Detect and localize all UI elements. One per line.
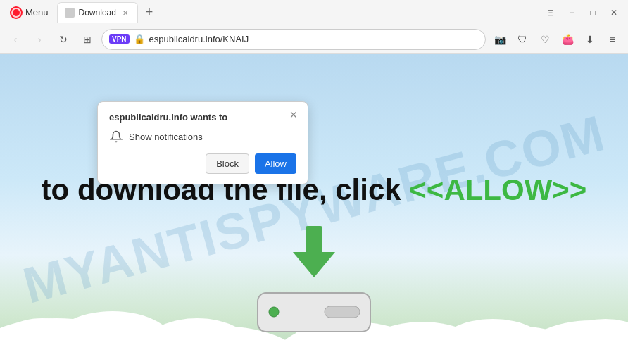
menu-button[interactable]: Menu: [4, 4, 54, 22]
download-arrow-icon: [282, 222, 346, 286]
reload-button[interactable]: ↻: [54, 30, 73, 49]
browser-menu-button[interactable]: ≡: [603, 30, 622, 49]
tab-favicon: [65, 8, 75, 18]
shield-button[interactable]: 🛡: [513, 30, 532, 49]
camera-button[interactable]: 📷: [490, 30, 510, 49]
window-minimize-button[interactable]: −: [562, 3, 582, 23]
svg-point-15: [269, 307, 279, 317]
toolbar-icons: 📷 🛡 ♡ 👛 ⬇ ≡: [490, 30, 622, 49]
url-input[interactable]: VPN 🔒 espublicaldru.info/KNAIJ: [101, 29, 486, 50]
window-close-button[interactable]: ✕: [604, 3, 624, 23]
main-text-highlight: <<ALLOW>>: [409, 173, 586, 206]
svg-rect-12: [306, 226, 322, 254]
tab-bar: Download ✕ +: [57, 0, 538, 25]
svg-rect-16: [325, 306, 360, 318]
vpn-badge: VPN: [109, 34, 130, 44]
tabs-button[interactable]: ⊞: [77, 30, 97, 49]
forward-button[interactable]: ›: [30, 30, 49, 49]
svg-marker-13: [293, 252, 335, 277]
notification-popup: espublicaldru.info wants to ✕ Show notif…: [97, 101, 308, 184]
window-maximize-button[interactable]: □: [583, 3, 603, 23]
menu-label: Menu: [25, 7, 49, 18]
popup-notification-row: Show notifications: [109, 130, 296, 144]
download-graphic: [254, 222, 374, 335]
notification-bell-icon: [109, 130, 123, 144]
heart-button[interactable]: ♡: [535, 30, 555, 49]
address-bar: ‹ › ↻ ⊞ VPN 🔒 espublicaldru.info/KNAIJ 📷…: [0, 25, 628, 54]
download-button[interactable]: ⬇: [580, 30, 600, 49]
tab-title: Download: [79, 8, 116, 18]
opera-logo-icon: [10, 6, 23, 19]
window-other-button[interactable]: ⊟: [541, 3, 560, 23]
popup-close-button[interactable]: ✕: [287, 108, 301, 122]
lock-icon: 🔒: [134, 34, 145, 44]
window-controls: ⊟ − □ ✕: [541, 3, 624, 23]
active-tab[interactable]: Download ✕: [57, 2, 138, 23]
page-content: MYANTISPYWARE.COM to download the file, …: [0, 54, 628, 364]
wallet-button[interactable]: 👛: [558, 30, 577, 49]
popup-notification-label: Show notifications: [129, 132, 203, 142]
popup-title: espublicaldru.info wants to: [109, 112, 296, 123]
allow-button[interactable]: Allow: [255, 153, 296, 174]
hard-drive-icon: [254, 286, 374, 335]
main-text: to download the file, click <<ALLOW>>: [0, 173, 628, 207]
popup-actions: Block Allow: [109, 153, 296, 174]
block-button[interactable]: Block: [206, 153, 249, 174]
tab-close-button[interactable]: ✕: [120, 8, 130, 18]
url-text: espublicaldru.info/KNAIJ: [149, 34, 249, 44]
title-bar: Menu Download ✕ + ⊟ − □ ✕: [0, 0, 628, 25]
new-tab-button[interactable]: +: [139, 3, 159, 23]
back-button[interactable]: ‹: [6, 30, 25, 49]
